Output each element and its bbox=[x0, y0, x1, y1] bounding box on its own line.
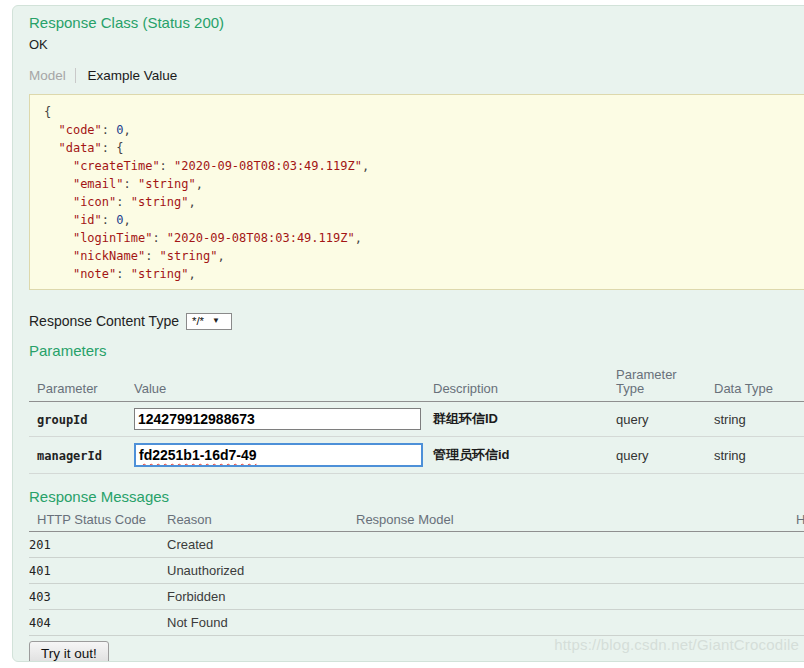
response-messages-table: HTTP Status Code Reason Response Model H… bbox=[29, 512, 804, 636]
code-line: "id": 0, bbox=[44, 211, 790, 229]
messages-header-row: HTTP Status Code Reason Response Model H… bbox=[29, 512, 804, 532]
param-name-managerid: managerId bbox=[37, 449, 102, 463]
tab-model[interactable]: Model bbox=[29, 68, 76, 83]
table-row-403: 403 Forbidden bbox=[29, 584, 804, 610]
code-line: "loginTime": "2020-09-08T08:03:49.119Z", bbox=[44, 229, 790, 247]
status-reason: Not Found bbox=[167, 615, 228, 630]
parameters-table-wrap: Parameter Value Description Parameter Ty… bbox=[29, 366, 804, 474]
managerid-input-value: fd2251b1-16d7-49 bbox=[139, 447, 257, 463]
managerid-input[interactable]: fd2251b1-16d7-49 bbox=[134, 443, 423, 467]
status-reason: Created bbox=[167, 537, 213, 552]
code-line: "nickName": "string", bbox=[44, 247, 790, 265]
col-value: Value bbox=[134, 366, 433, 402]
response-messages-heading: Response Messages bbox=[29, 488, 804, 506]
param-type: query bbox=[616, 412, 649, 427]
status-code: 404 bbox=[29, 616, 51, 630]
response-class-status-text: OK bbox=[29, 36, 804, 53]
param-type: query bbox=[616, 448, 649, 463]
parameters-header-row: Parameter Value Description Parameter Ty… bbox=[29, 366, 804, 402]
status-reason: Unauthorized bbox=[167, 563, 244, 578]
example-value-code-block[interactable]: { "code": 0, "data": { "createTime": "20… bbox=[29, 94, 804, 290]
param-name-groupid: groupId bbox=[37, 413, 88, 427]
table-row-404: 404 Not Found bbox=[29, 610, 804, 636]
col-http-status-code: HTTP Status Code bbox=[29, 512, 167, 532]
col-description: Description bbox=[433, 366, 616, 402]
response-content-type-label: Response Content Type bbox=[29, 313, 179, 329]
param-data-type: string bbox=[714, 448, 746, 463]
col-data-type: Data Type bbox=[714, 366, 804, 402]
response-content-type-row: Response Content Type */* ▼ bbox=[29, 310, 804, 332]
col-response-model: Response Model bbox=[356, 512, 796, 532]
status-reason: Forbidden bbox=[167, 589, 226, 604]
table-row-201: 201 Created bbox=[29, 532, 804, 558]
code-line: "data": { bbox=[44, 139, 790, 157]
code-line: "icon": "string", bbox=[44, 193, 790, 211]
param-description: 群组环信ID bbox=[433, 411, 498, 426]
response-content-type-select[interactable]: */* ▼ bbox=[186, 313, 232, 330]
table-row-managerid: managerId fd2251b1-16d7-49 管理员环信id query… bbox=[29, 437, 804, 474]
status-code: 403 bbox=[29, 590, 51, 604]
code-line: "createTime": "2020-09-08T08:03:49.119Z"… bbox=[44, 157, 790, 175]
try-it-out-button[interactable]: Try it out! bbox=[29, 641, 109, 662]
operation-response-panel: Response Class (Status 200) OK Model Exa… bbox=[12, 5, 804, 662]
col-reason: Reason bbox=[167, 512, 356, 532]
parameters-heading: Parameters bbox=[29, 342, 804, 360]
param-data-type: string bbox=[714, 412, 746, 427]
code-line: "note": "string", bbox=[44, 265, 790, 283]
code-line: "code": 0, bbox=[44, 121, 790, 139]
tab-example-value[interactable]: Example Value bbox=[80, 68, 178, 83]
chevron-down-icon: ▼ bbox=[212, 316, 220, 325]
table-row-groupid: groupId 群组环信ID query string bbox=[29, 402, 804, 437]
groupid-input[interactable] bbox=[134, 408, 421, 430]
model-example-tabs: Model Example Value bbox=[29, 67, 804, 84]
response-class-heading: Response Class (Status 200) bbox=[29, 14, 804, 32]
col-parameter: Parameter bbox=[29, 366, 134, 402]
code-line: { bbox=[44, 103, 790, 121]
parameters-table: Parameter Value Description Parameter Ty… bbox=[29, 366, 804, 474]
code-line: "email": "string", bbox=[44, 175, 790, 193]
table-row-401: 401 Unauthorized bbox=[29, 558, 804, 584]
status-code: 201 bbox=[29, 538, 51, 552]
col-headers: Headers bbox=[796, 512, 804, 532]
status-code: 401 bbox=[29, 564, 51, 578]
col-parameter-type: Parameter Type bbox=[616, 366, 714, 402]
response-messages-table-wrap: HTTP Status Code Reason Response Model H… bbox=[29, 512, 804, 636]
param-description: 管理员环信id bbox=[433, 447, 510, 462]
response-content-type-value: */* bbox=[192, 315, 204, 327]
